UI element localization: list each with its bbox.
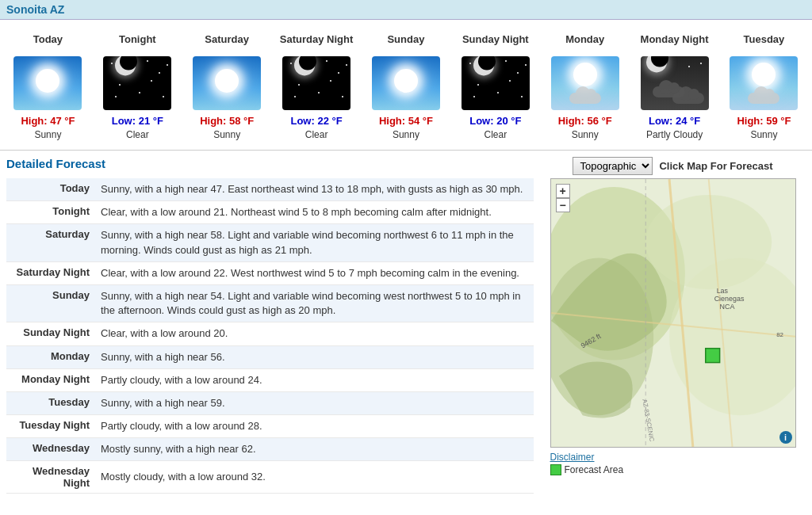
cloud-icon [748, 93, 779, 104]
map-type-select[interactable]: TopographicRadarSatellite [573, 157, 653, 175]
day-column-4: SundayHigh: 54 °FSunny [364, 26, 447, 140]
table-row: Tuesday NightPartly cloudy, with a low a… [6, 415, 534, 438]
condition-7: Partly Cloudy [646, 129, 703, 140]
day-label-4: Sunday [387, 26, 424, 52]
svg-text:NCA: NCA [719, 303, 734, 311]
temp-6: High: 56 °F [558, 115, 612, 127]
day-label-0: Today [33, 26, 63, 52]
forecast-day-cell: Sunday [6, 284, 98, 322]
cloud-icon [672, 93, 704, 104]
sun-icon [394, 69, 418, 93]
page-title: Sonoita AZ [0, 0, 812, 20]
day-column-3: Saturday NightLow: 22 °FClear [275, 26, 358, 140]
forecast-desc-cell: Sunny, with a high near 47. East northea… [98, 178, 534, 201]
condition-3: Clear [305, 129, 328, 140]
temp-4: High: 54 °F [379, 115, 433, 127]
legend-box [550, 464, 561, 475]
table-row: TodaySunny, with a high near 47. East no… [6, 178, 534, 201]
forecast-desc-cell: Partly cloudy, with a low around 24. [98, 368, 534, 391]
detailed-forecast-title: Detailed Forecast [6, 157, 534, 174]
day-label-1: Tonight [119, 26, 156, 52]
day-column-5: Sunday NightLow: 20 °FClear [454, 26, 537, 140]
forecast-desc-cell: Mostly cloudy, with a low around 32. [98, 461, 534, 494]
condition-8: Sunny [750, 129, 777, 140]
forecast-desc-cell: Mostly sunny, with a high near 62. [98, 438, 534, 461]
table-row: WednesdayMostly sunny, with a high near … [6, 438, 534, 461]
temp-5: Low: 20 °F [469, 115, 521, 127]
forecast-day-cell: Wednesday Night [6, 461, 98, 494]
day-label-3: Saturday Night [280, 26, 353, 52]
day-column-8: Tuesday High: 59 °FSunny [722, 26, 806, 140]
table-row: Wednesday NightMostly cloudy, with a low… [6, 461, 534, 494]
weather-icon-6 [551, 56, 619, 110]
weather-icon-1 [103, 56, 171, 110]
sun-icon [215, 69, 239, 93]
day-column-7: Monday Night Low: 24 °FPartly Cloudy [633, 26, 716, 140]
table-row: SundaySunny, with a high near 54. Light … [6, 284, 534, 322]
day-column-1: TonightLow: 21 °FClear [96, 26, 179, 140]
zoom-out-button[interactable]: − [556, 198, 570, 212]
forecast-day-cell: Tuesday Night [6, 415, 98, 438]
condition-5: Clear [484, 129, 507, 140]
cloud-icon [569, 93, 601, 104]
table-row: Sunday NightClear, with a low around 20. [6, 322, 534, 345]
forecast-day-cell: Tuesday [6, 391, 98, 414]
forecast-day-cell: Today [6, 178, 98, 201]
disclaimer-link[interactable]: Disclaimer [550, 452, 595, 463]
forecast-desc-cell: Sunny, with a high near 54. Light and va… [98, 284, 534, 322]
clouds-overlay [730, 93, 798, 104]
temp-1: Low: 21 °F [112, 115, 163, 127]
forecast-header: TodayHigh: 47 °FSunnyTonightLow: 21 °FCl… [0, 20, 812, 151]
day-label-8: Tuesday [744, 26, 785, 52]
table-row: Monday NightPartly cloudy, with a low ar… [6, 368, 534, 391]
stars [103, 56, 171, 110]
sun-icon [573, 63, 597, 86]
table-row: SaturdaySunny, with a high near 58. Ligh… [6, 224, 534, 261]
temp-2: High: 58 °F [200, 115, 254, 127]
forecast-day-cell: Saturday Night [6, 261, 98, 284]
condition-6: Sunny [572, 129, 599, 140]
forecast-area-label: Forecast Area [565, 464, 624, 475]
condition-0: Sunny [34, 129, 61, 140]
temp-8: High: 59 °F [737, 115, 791, 127]
forecast-day-cell: Saturday [6, 224, 98, 261]
table-row: TonightClear, with a low around 21. Nort… [6, 201, 534, 224]
day-column-0: TodayHigh: 47 °FSunny [6, 26, 90, 140]
forecast-desc-cell: Clear, with a low around 21. Northeast w… [98, 201, 534, 224]
forecast-day-cell: Monday [6, 345, 98, 368]
zoom-in-button[interactable]: + [556, 184, 570, 198]
condition-1: Clear [126, 129, 149, 140]
map-info-button[interactable]: i [779, 431, 792, 444]
forecast-desc-cell: Clear, with a low around 20. [98, 322, 534, 345]
sun-icon [36, 69, 59, 93]
weather-icon-0 [13, 56, 82, 110]
map-footer: Disclaimer Forecast Area [550, 451, 796, 475]
table-row: TuesdaySunny, with a high near 59. [6, 391, 534, 414]
clouds-overlay [641, 86, 709, 104]
forecast-desc-cell: Partly cloudy, with a low around 28. [98, 415, 534, 438]
forecast-table: TodaySunny, with a high near 47. East no… [6, 178, 534, 494]
forecast-desc-cell: Sunny, with a high near 56. [98, 345, 534, 368]
weather-icon-5 [462, 56, 530, 110]
condition-4: Sunny [393, 129, 419, 140]
weather-icon-2 [193, 56, 261, 110]
zoom-controls: + − [556, 184, 570, 212]
table-row: MondaySunny, with a high near 56. [6, 345, 534, 368]
weather-icon-4 [372, 56, 440, 110]
day-label-5: Sunday Night [462, 26, 529, 52]
map-section: TopographicRadarSatellite Click Map For … [540, 157, 806, 494]
forecast-area-legend: Forecast Area [550, 464, 796, 475]
temp-0: High: 47 °F [21, 115, 75, 127]
forecast-desc-cell: Sunny, with a high near 58. Light and va… [98, 224, 534, 261]
forecast-day-cell: Sunday Night [6, 322, 98, 345]
map-container[interactable]: + − Las [550, 178, 796, 448]
map-controls: TopographicRadarSatellite Click Map For … [540, 157, 806, 175]
temp-3: Low: 22 °F [290, 115, 342, 127]
svg-text:Las: Las [716, 287, 728, 295]
svg-rect-15 [705, 349, 719, 363]
forecast-day-cell: Monday Night [6, 368, 98, 391]
bottom-section: Detailed Forecast TodaySunny, with a hig… [0, 151, 812, 500]
day-column-6: Monday High: 56 °FSunny [543, 26, 626, 140]
weather-icon-7 [641, 56, 709, 110]
clouds-overlay [551, 93, 619, 104]
